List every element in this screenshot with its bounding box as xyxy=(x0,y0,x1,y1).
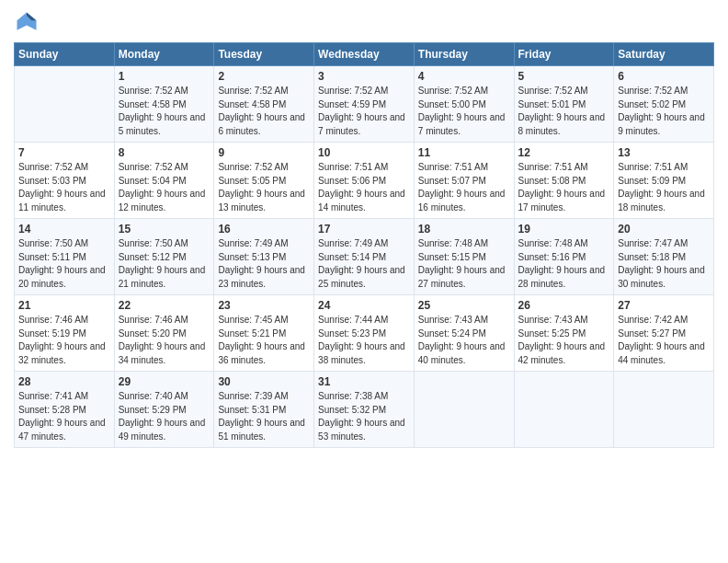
day-number: 19 xyxy=(518,223,610,236)
day-info: Sunrise: 7:50 AM Sunset: 5:11 PM Dayligh… xyxy=(18,237,110,291)
day-number: 17 xyxy=(318,223,410,236)
day-info: Sunrise: 7:52 AM Sunset: 4:58 PM Dayligh… xyxy=(218,85,310,138)
calendar-cell xyxy=(414,372,514,448)
day-info: Sunrise: 7:51 AM Sunset: 5:09 PM Dayligh… xyxy=(618,161,710,214)
calendar-cell: 30Sunrise: 7:39 AM Sunset: 5:31 PM Dayli… xyxy=(214,372,314,448)
day-number: 31 xyxy=(318,375,410,388)
header-day-thursday: Thursday xyxy=(414,43,514,66)
day-number: 10 xyxy=(318,146,410,159)
day-number: 27 xyxy=(618,299,710,312)
day-info: Sunrise: 7:52 AM Sunset: 5:05 PM Dayligh… xyxy=(218,161,310,214)
day-info: Sunrise: 7:43 AM Sunset: 5:25 PM Dayligh… xyxy=(518,314,610,367)
calendar-cell: 10Sunrise: 7:51 AM Sunset: 5:06 PM Dayli… xyxy=(314,143,415,219)
calendar-cell: 13Sunrise: 7:51 AM Sunset: 5:09 PM Dayli… xyxy=(614,143,714,219)
calendar-cell: 17Sunrise: 7:49 AM Sunset: 5:14 PM Dayli… xyxy=(314,219,415,295)
calendar-cell: 2Sunrise: 7:52 AM Sunset: 4:58 PM Daylig… xyxy=(214,66,314,143)
week-row-5: 28Sunrise: 7:41 AM Sunset: 5:28 PM Dayli… xyxy=(15,372,714,448)
calendar-cell: 12Sunrise: 7:51 AM Sunset: 5:08 PM Dayli… xyxy=(514,143,614,219)
day-number: 22 xyxy=(119,299,210,312)
day-number: 3 xyxy=(318,70,410,83)
header-row: SundayMondayTuesdayWednesdayThursdayFrid… xyxy=(15,43,714,66)
calendar-cell: 7Sunrise: 7:52 AM Sunset: 5:03 PM Daylig… xyxy=(15,143,115,219)
calendar-cell: 31Sunrise: 7:38 AM Sunset: 5:32 PM Dayli… xyxy=(314,372,415,448)
day-info: Sunrise: 7:44 AM Sunset: 5:23 PM Dayligh… xyxy=(318,314,410,367)
day-number: 4 xyxy=(418,70,510,83)
day-info: Sunrise: 7:52 AM Sunset: 5:02 PM Dayligh… xyxy=(618,85,710,138)
day-info: Sunrise: 7:39 AM Sunset: 5:31 PM Dayligh… xyxy=(218,390,310,443)
day-info: Sunrise: 7:52 AM Sunset: 5:00 PM Dayligh… xyxy=(418,85,510,138)
header-day-monday: Monday xyxy=(114,43,214,66)
day-number: 12 xyxy=(518,146,610,159)
calendar-cell: 5Sunrise: 7:52 AM Sunset: 5:01 PM Daylig… xyxy=(514,66,614,143)
day-number: 8 xyxy=(119,146,210,159)
logo-icon xyxy=(14,9,40,35)
week-row-2: 7Sunrise: 7:52 AM Sunset: 5:03 PM Daylig… xyxy=(15,143,714,219)
day-info: Sunrise: 7:51 AM Sunset: 5:08 PM Dayligh… xyxy=(518,161,610,214)
day-info: Sunrise: 7:42 AM Sunset: 5:27 PM Dayligh… xyxy=(618,314,710,367)
calendar-cell xyxy=(514,372,614,448)
day-number: 1 xyxy=(119,70,210,83)
day-info: Sunrise: 7:49 AM Sunset: 5:14 PM Dayligh… xyxy=(318,237,410,291)
day-number: 7 xyxy=(18,146,110,159)
calendar-cell: 23Sunrise: 7:45 AM Sunset: 5:21 PM Dayli… xyxy=(214,295,314,372)
day-info: Sunrise: 7:43 AM Sunset: 5:24 PM Dayligh… xyxy=(418,314,510,367)
day-info: Sunrise: 7:40 AM Sunset: 5:29 PM Dayligh… xyxy=(119,390,210,443)
day-info: Sunrise: 7:52 AM Sunset: 4:58 PM Dayligh… xyxy=(119,85,210,138)
day-info: Sunrise: 7:52 AM Sunset: 5:01 PM Dayligh… xyxy=(518,85,610,138)
day-number: 5 xyxy=(518,70,610,83)
day-number: 18 xyxy=(418,223,510,236)
day-number: 25 xyxy=(418,299,510,312)
day-number: 29 xyxy=(119,375,210,388)
day-number: 28 xyxy=(18,375,110,388)
calendar-table: SundayMondayTuesdayWednesdayThursdayFrid… xyxy=(14,42,714,448)
day-number: 30 xyxy=(218,375,310,388)
day-info: Sunrise: 7:45 AM Sunset: 5:21 PM Dayligh… xyxy=(218,314,310,367)
calendar-cell: 25Sunrise: 7:43 AM Sunset: 5:24 PM Dayli… xyxy=(414,295,514,372)
day-number: 9 xyxy=(218,146,310,159)
day-info: Sunrise: 7:48 AM Sunset: 5:16 PM Dayligh… xyxy=(518,237,610,291)
day-number: 26 xyxy=(518,299,610,312)
calendar-cell: 18Sunrise: 7:48 AM Sunset: 5:15 PM Dayli… xyxy=(414,219,514,295)
calendar-cell xyxy=(614,372,714,448)
day-number: 20 xyxy=(618,223,710,236)
calendar-cell: 22Sunrise: 7:46 AM Sunset: 5:20 PM Dayli… xyxy=(114,295,214,372)
calendar-cell xyxy=(15,66,115,143)
day-number: 15 xyxy=(119,223,210,236)
calendar-cell: 16Sunrise: 7:49 AM Sunset: 5:13 PM Dayli… xyxy=(214,219,314,295)
day-number: 2 xyxy=(218,70,310,83)
calendar-header: SundayMondayTuesdayWednesdayThursdayFrid… xyxy=(15,43,714,66)
day-info: Sunrise: 7:52 AM Sunset: 5:04 PM Dayligh… xyxy=(119,161,210,214)
calendar-cell: 6Sunrise: 7:52 AM Sunset: 5:02 PM Daylig… xyxy=(614,66,714,143)
header-day-saturday: Saturday xyxy=(614,43,714,66)
calendar-cell: 26Sunrise: 7:43 AM Sunset: 5:25 PM Dayli… xyxy=(514,295,614,372)
header-day-sunday: Sunday xyxy=(15,43,115,66)
calendar-cell: 19Sunrise: 7:48 AM Sunset: 5:16 PM Dayli… xyxy=(514,219,614,295)
day-info: Sunrise: 7:41 AM Sunset: 5:28 PM Dayligh… xyxy=(18,390,110,443)
header-day-wednesday: Wednesday xyxy=(314,43,415,66)
calendar-cell: 8Sunrise: 7:52 AM Sunset: 5:04 PM Daylig… xyxy=(114,143,214,219)
day-number: 21 xyxy=(18,299,110,312)
day-number: 16 xyxy=(218,223,310,236)
calendar-cell: 29Sunrise: 7:40 AM Sunset: 5:29 PM Dayli… xyxy=(114,372,214,448)
day-number: 6 xyxy=(618,70,710,83)
day-info: Sunrise: 7:46 AM Sunset: 5:20 PM Dayligh… xyxy=(119,314,210,367)
calendar-cell: 9Sunrise: 7:52 AM Sunset: 5:05 PM Daylig… xyxy=(214,143,314,219)
calendar-body: 1Sunrise: 7:52 AM Sunset: 4:58 PM Daylig… xyxy=(15,66,714,448)
week-row-1: 1Sunrise: 7:52 AM Sunset: 4:58 PM Daylig… xyxy=(15,66,714,143)
day-info: Sunrise: 7:50 AM Sunset: 5:12 PM Dayligh… xyxy=(119,237,210,291)
calendar-cell: 15Sunrise: 7:50 AM Sunset: 5:12 PM Dayli… xyxy=(114,219,214,295)
page: SundayMondayTuesdayWednesdayThursdayFrid… xyxy=(0,0,728,563)
day-info: Sunrise: 7:38 AM Sunset: 5:32 PM Dayligh… xyxy=(318,390,410,443)
day-info: Sunrise: 7:52 AM Sunset: 5:03 PM Dayligh… xyxy=(18,161,110,214)
day-number: 11 xyxy=(418,146,510,159)
header-day-tuesday: Tuesday xyxy=(214,43,314,66)
day-info: Sunrise: 7:52 AM Sunset: 4:59 PM Dayligh… xyxy=(318,85,410,138)
day-info: Sunrise: 7:49 AM Sunset: 5:13 PM Dayligh… xyxy=(218,237,310,291)
logo xyxy=(14,9,43,35)
header xyxy=(14,9,714,35)
calendar-cell: 14Sunrise: 7:50 AM Sunset: 5:11 PM Dayli… xyxy=(15,219,115,295)
header-day-friday: Friday xyxy=(514,43,614,66)
day-info: Sunrise: 7:47 AM Sunset: 5:18 PM Dayligh… xyxy=(618,237,710,291)
day-info: Sunrise: 7:51 AM Sunset: 5:06 PM Dayligh… xyxy=(318,161,410,214)
day-info: Sunrise: 7:46 AM Sunset: 5:19 PM Dayligh… xyxy=(18,314,110,367)
